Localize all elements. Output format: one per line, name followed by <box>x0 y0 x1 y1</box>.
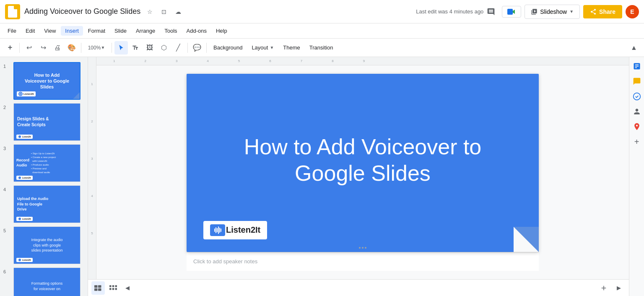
canvas-wrapper[interactable]: How to Add Voiceover to Google Slides <box>96 65 629 279</box>
cloud-icon[interactable]: ☁ <box>172 6 184 18</box>
menu-bar: File Edit View Insert Format Slide Arran… <box>0 23 644 39</box>
expand-btn[interactable] <box>597 281 610 295</box>
folder-icon[interactable]: ⊡ <box>158 6 170 18</box>
slide-thumb-2: Design Slides &Create Scripts Listen2It <box>13 103 80 141</box>
svg-rect-2 <box>98 285 101 288</box>
slideshow-dropdown-icon: ▼ <box>569 9 574 14</box>
main-slide-logo: Listen2It <box>203 221 267 239</box>
menu-addons[interactable]: Add-ons <box>182 26 211 36</box>
divider-3 <box>112 43 112 53</box>
app-icon <box>5 4 20 19</box>
svg-rect-5 <box>109 285 112 287</box>
menu-file[interactable]: File <box>3 26 21 36</box>
paint-format-btn[interactable]: 🎨 <box>65 41 78 55</box>
layout-btn[interactable]: Layout ▼ <box>247 43 278 52</box>
slides-panel: 1 How to AddVoiceover to GoogleSlides Li… <box>0 57 88 296</box>
collapse-toolbar-btn[interactable]: ▲ <box>627 41 641 55</box>
cursor-btn[interactable] <box>114 41 128 55</box>
slide-item-6[interactable]: 6 Formatting optionsfor voiceover on <box>0 266 88 296</box>
svg-point-11 <box>633 93 640 100</box>
slide-number-3: 3 <box>3 146 10 151</box>
comment-btn[interactable]: 💬 <box>190 41 204 55</box>
print-btn[interactable]: 🖨 <box>51 41 64 55</box>
doc-action-icons: ☆ ⊡ ☁ <box>144 6 184 18</box>
slide-number-5: 5 <box>3 228 10 233</box>
slides-icon <box>8 6 17 18</box>
transition-btn[interactable]: Transition <box>305 43 338 52</box>
main-slide[interactable]: How to Add Voiceover to Google Slides <box>187 74 539 252</box>
theme-btn[interactable]: Theme <box>279 43 304 52</box>
svg-rect-10 <box>115 288 117 290</box>
bottom-left-controls: ◀ <box>91 281 133 295</box>
speaker-notes-placeholder: Click to add speaker notes <box>193 258 257 265</box>
comments-button[interactable] <box>483 4 499 19</box>
top-bar: Adding Voiceover to Google Slides ☆ ⊡ ☁ … <box>0 0 644 23</box>
slide-number-4: 4 <box>3 187 10 192</box>
undo-btn[interactable]: ↩ <box>22 41 36 55</box>
slide-item-5[interactable]: 5 Integrate the audioclips with googlesl… <box>0 225 88 266</box>
menu-edit[interactable]: Edit <box>21 26 39 36</box>
svg-rect-0 <box>507 9 513 15</box>
svg-rect-3 <box>94 288 98 291</box>
filmstrip-view-btn[interactable] <box>91 281 105 295</box>
slide-thumb-4: Upload the AudioFile to GoogleDrive List… <box>13 185 80 223</box>
background-btn[interactable]: Background <box>209 43 247 52</box>
meet-button[interactable] <box>502 6 521 18</box>
divider-4 <box>187 43 188 53</box>
right-maps-icon[interactable] <box>631 121 643 132</box>
menu-help[interactable]: Help <box>212 26 231 36</box>
collapse-panel-btn[interactable]: ◀ <box>122 282 133 294</box>
zoom-btn[interactable]: 100% ▼ <box>84 41 109 55</box>
slide-number-6: 6 <box>3 269 10 274</box>
slideshow-button[interactable]: Slideshow ▼ <box>525 5 580 19</box>
bottom-toolbar: ◀ ▶ <box>88 279 629 296</box>
share-button[interactable]: Share <box>583 5 622 18</box>
slide-number-1: 1 <box>3 64 10 69</box>
divider-2 <box>81 43 81 53</box>
menu-slide[interactable]: Slide <box>110 26 131 36</box>
bottom-right-controls: ▶ <box>597 281 626 295</box>
right-chat-icon[interactable] <box>631 75 643 87</box>
line-btn[interactable]: ╱ <box>171 41 185 55</box>
speaker-notes[interactable]: Click to add speaker notes <box>187 252 539 271</box>
right-sheets-icon[interactable] <box>631 60 643 72</box>
editor-area: 1 2 3 4 5 1 2 3 4 5 6 7 <box>88 57 629 296</box>
slide-item-4[interactable]: 4 Upload the AudioFile to GoogleDrive Li… <box>0 184 88 225</box>
svg-rect-1 <box>94 285 98 288</box>
slide-item-3[interactable]: 3 RecordAudio • Sign Up to Listen2It • C… <box>0 143 88 184</box>
redo-btn[interactable]: ↪ <box>36 41 50 55</box>
star-icon[interactable]: ☆ <box>144 6 156 18</box>
menu-view[interactable]: View <box>40 26 60 36</box>
add-btn[interactable]: + <box>3 41 17 55</box>
right-tasks-icon[interactable] <box>631 91 643 102</box>
menu-insert[interactable]: Insert <box>61 26 83 36</box>
right-contacts-icon[interactable] <box>631 106 643 117</box>
share-label: Share <box>599 8 615 15</box>
last-edit-label: Last edit was 4 minutes ago <box>416 8 483 15</box>
panel-toggle-btn[interactable]: ▶ <box>612 281 626 295</box>
slide-bottom-dots <box>359 247 366 249</box>
menu-format[interactable]: Format <box>84 26 109 36</box>
slide-thumb-3: RecordAudio • Sign Up to Listen2It • Cre… <box>13 144 80 182</box>
main-content: 1 How to AddVoiceover to GoogleSlides Li… <box>0 57 644 296</box>
slide-item-1[interactable]: 1 How to AddVoiceover to GoogleSlides Li… <box>0 60 88 101</box>
image-btn[interactable]: 🖼 <box>143 41 156 55</box>
user-avatar[interactable]: E <box>626 5 639 18</box>
slide-fold-corner <box>514 227 539 252</box>
main-slide-title: How to Add Voiceover to Google Slides <box>216 134 509 187</box>
menu-arrange[interactable]: Arrange <box>132 26 159 36</box>
slideshow-label: Slideshow <box>540 8 567 15</box>
grid-view-btn[interactable] <box>106 281 120 295</box>
right-add-icon[interactable]: + <box>631 136 643 148</box>
document-title: Adding Voiceover to Google Slides <box>24 7 140 16</box>
slide-thumb-6: Formatting optionsfor voiceover on <box>13 267 80 296</box>
toolbar-right: ▲ <box>627 41 641 55</box>
slide-item-2[interactable]: 2 Design Slides &Create Scripts Listen2I… <box>0 101 88 143</box>
divider-1 <box>19 43 20 53</box>
svg-rect-7 <box>115 285 117 287</box>
shapes-btn[interactable]: ⬡ <box>157 41 171 55</box>
menu-tools[interactable]: Tools <box>160 26 181 36</box>
svg-rect-9 <box>112 288 114 290</box>
text-box-btn[interactable] <box>129 41 142 55</box>
top-right-actions: Slideshow ▼ Share E <box>483 4 639 19</box>
